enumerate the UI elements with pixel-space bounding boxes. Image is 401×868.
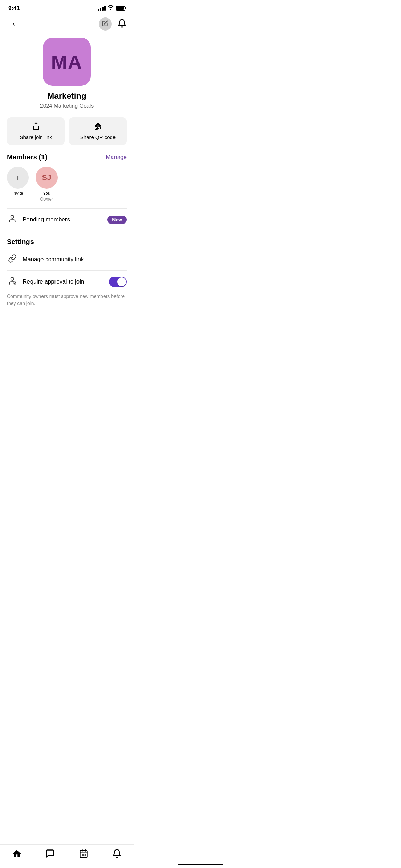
require-approval-row: Require approval to join — [0, 271, 134, 293]
toggle-thumb — [117, 277, 126, 286]
approval-icon — [7, 276, 18, 287]
member-name-you: You — [43, 191, 50, 196]
manage-link[interactable]: Manage — [106, 154, 127, 161]
require-approval-label: Require approval to join — [23, 278, 104, 285]
settings-title: Settings — [0, 231, 134, 249]
member-role-owner: Owner — [40, 196, 53, 202]
members-header: Members (1) Manage — [0, 153, 134, 161]
svg-point-13 — [11, 277, 14, 280]
nav-header: ‹ — [0, 14, 134, 35]
divider-4 — [7, 314, 127, 314]
svg-rect-6 — [96, 128, 97, 129]
toggle-track — [109, 277, 127, 287]
new-badge: New — [107, 216, 127, 224]
wifi-icon — [108, 5, 114, 11]
members-list: + Invite SJ You Owner — [0, 167, 134, 202]
battery-icon — [116, 6, 125, 11]
signal-bars-icon — [98, 6, 106, 11]
community-initials: MA — [51, 51, 82, 73]
pending-members-row[interactable]: Pending members New — [0, 209, 134, 231]
share-qr-button[interactable]: Share QR code — [69, 117, 127, 145]
plus-icon: + — [15, 172, 20, 183]
member-initials-sj: SJ — [42, 173, 51, 182]
svg-rect-5 — [99, 124, 100, 125]
pending-members-icon — [7, 214, 18, 225]
notification-button[interactable] — [117, 19, 127, 29]
svg-point-12 — [11, 215, 14, 218]
member-avatar-sj: SJ — [36, 167, 58, 189]
qr-code-icon — [94, 122, 102, 132]
svg-rect-4 — [96, 124, 97, 125]
share-join-link-label: Share join link — [20, 134, 52, 140]
action-buttons: Share join link Share QR code — [0, 116, 134, 153]
share-qr-label: Share QR code — [80, 134, 116, 140]
approval-description: Community owners must approve new member… — [0, 293, 134, 314]
member-you[interactable]: SJ You Owner — [36, 167, 58, 202]
invite-item[interactable]: + Invite — [7, 167, 29, 202]
community-avatar: MA — [43, 38, 91, 86]
link-icon — [7, 254, 18, 265]
nav-actions — [99, 17, 127, 31]
invite-label: Invite — [12, 191, 23, 196]
status-icons — [98, 5, 125, 11]
status-time: 9:41 — [8, 5, 20, 12]
status-bar: 9:41 — [0, 0, 134, 14]
community-name: Marketing — [47, 91, 86, 101]
edit-button[interactable] — [99, 17, 112, 31]
community-description: 2024 Marketing Goals — [40, 103, 94, 109]
avatar-section: MA Marketing 2024 Marketing Goals — [0, 35, 134, 116]
invite-avatar[interactable]: + — [7, 167, 29, 189]
manage-community-link-label: Manage community link — [23, 256, 127, 263]
back-button[interactable]: ‹ — [7, 17, 21, 31]
share-link-icon — [32, 122, 40, 132]
back-chevron-icon: ‹ — [12, 20, 15, 28]
pending-members-label: Pending members — [23, 216, 102, 223]
pencil-icon — [102, 20, 108, 28]
manage-community-link-row[interactable]: Manage community link — [0, 249, 134, 270]
share-join-link-button[interactable]: Share join link — [7, 117, 65, 145]
require-approval-toggle[interactable] — [109, 277, 127, 287]
members-title: Members (1) — [7, 153, 47, 161]
